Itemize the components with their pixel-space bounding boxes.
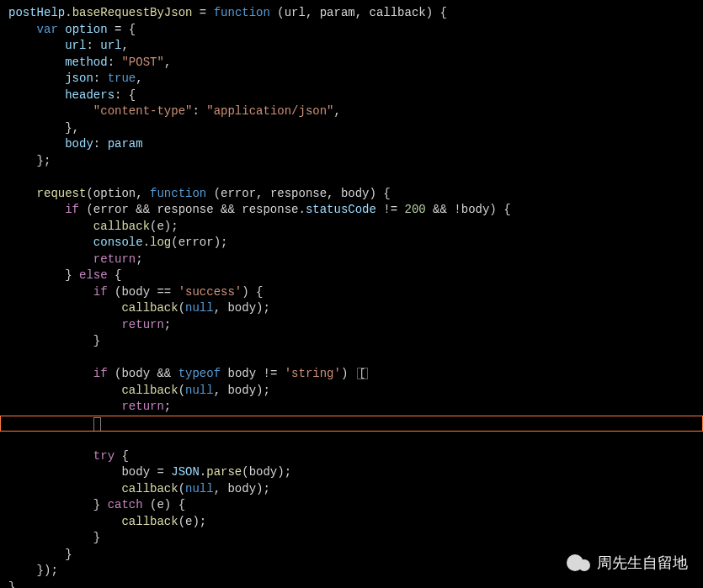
cursor-icon [93, 417, 101, 432]
watermark-text: 周先生自留地 [597, 553, 688, 573]
wechat-icon [567, 554, 590, 571]
code-block: postHelp.baseRequestByJson = function (u… [0, 0, 703, 588]
watermark: 周先生自留地 [567, 553, 688, 573]
fold-marker-icon[interactable]: [ [357, 368, 368, 379]
